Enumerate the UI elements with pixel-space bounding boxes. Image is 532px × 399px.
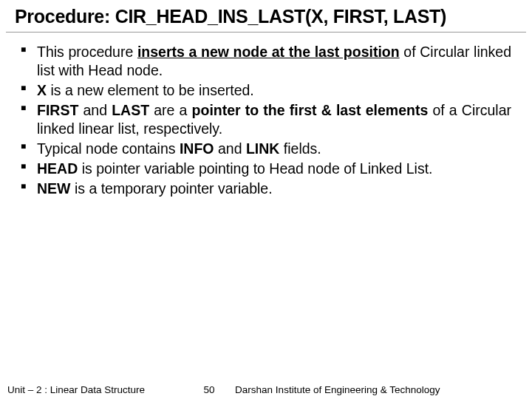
- text: This procedure: [37, 44, 137, 60]
- text-bold: NEW: [37, 180, 71, 197]
- text: are a: [149, 102, 191, 118]
- text: is a temporary pointer variable.: [71, 180, 273, 197]
- footer-right: Darshan Institute of Engineering & Techn…: [228, 384, 525, 395]
- text: is a new element to be inserted.: [47, 82, 254, 98]
- text: fields.: [279, 140, 321, 157]
- footer-page-number: 50: [191, 384, 228, 395]
- text-bold: FIRST: [37, 102, 78, 118]
- text-bold: X: [37, 82, 47, 98]
- text: is pointer variable pointing to Head nod…: [78, 160, 432, 177]
- text-bold: INFO: [180, 140, 214, 157]
- text-bold-underline: inserts a new node at the last position: [137, 44, 400, 60]
- list-item: Typical node contains INFO and LINK fiel…: [21, 140, 511, 158]
- text: and: [214, 140, 246, 157]
- footer: Unit – 2 : Linear Data Structure 50 Dars…: [0, 380, 532, 399]
- list-item: This procedure inserts a new node at the…: [21, 43, 511, 80]
- footer-left: Unit – 2 : Linear Data Structure: [7, 384, 145, 395]
- text: Typical node contains: [37, 140, 180, 157]
- bullet-list: This procedure inserts a new node at the…: [21, 43, 511, 198]
- text-bold: pointer to the first & last elements: [192, 102, 429, 118]
- list-item: X is a new element to be inserted.: [21, 81, 511, 100]
- text-bold: LAST: [112, 102, 149, 118]
- list-item: NEW is a temporary pointer variable.: [21, 180, 511, 198]
- text: and: [78, 102, 112, 118]
- text-bold: HEAD: [37, 160, 78, 177]
- list-item: FIRST and LAST are a pointer to the firs…: [21, 101, 511, 138]
- slide-body: This procedure inserts a new node at the…: [0, 33, 532, 399]
- text-bold: LINK: [246, 140, 280, 157]
- slide-title: Procedure: CIR_HEAD_INS_LAST(X, FIRST, L…: [15, 6, 517, 27]
- list-item: HEAD is pointer variable pointing to Hea…: [21, 160, 511, 178]
